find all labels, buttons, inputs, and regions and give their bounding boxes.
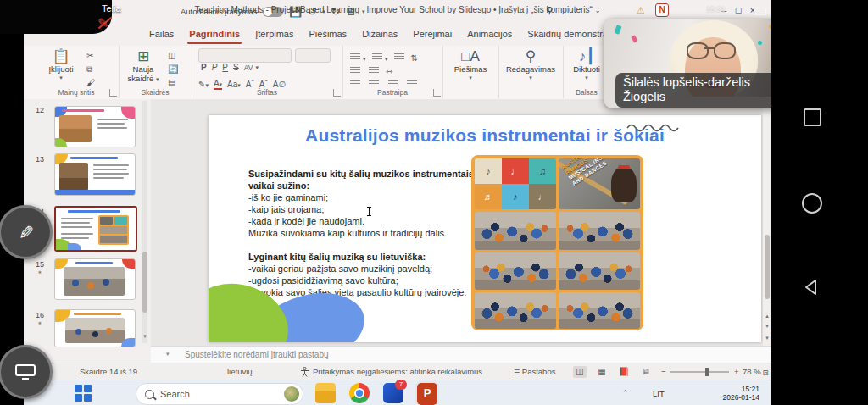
language-status[interactable]: lietuvių bbox=[227, 367, 253, 376]
chrome-icon[interactable] bbox=[349, 383, 370, 403]
indent-more-icon[interactable] bbox=[394, 53, 404, 61]
zoom-slider[interactable] bbox=[670, 371, 729, 373]
zoom-slider-thumb[interactable] bbox=[705, 368, 709, 376]
blue-app-icon[interactable]: 7 bbox=[383, 383, 403, 403]
dictate-button[interactable]: ♪┃ Diktuoti▾ bbox=[566, 48, 607, 81]
new-slide-button[interactable]: ⊞ Naujaskaidrė ▾ bbox=[124, 48, 163, 84]
zoom-in-button[interactable]: + bbox=[734, 367, 739, 376]
panel-scrollbar[interactable] bbox=[142, 101, 147, 343]
headband bbox=[618, 165, 630, 169]
slide-thumbnail-12[interactable] bbox=[54, 106, 136, 147]
font-size-combo[interactable] bbox=[295, 48, 331, 63]
tab-dizainas[interactable]: Dizainas bbox=[355, 25, 404, 44]
accessibility-status[interactable]: Pritaikymas neįgaliesiems: atitinka reik… bbox=[313, 367, 482, 376]
current-slide[interactable]: Australijos muzikos instrumentai ir šoki… bbox=[209, 115, 761, 342]
columns-icon[interactable] bbox=[369, 67, 379, 75]
indent-less-icon[interactable] bbox=[350, 67, 360, 75]
slide-sorter-view-button[interactable]: ▦ bbox=[595, 366, 609, 378]
align-right-icon[interactable] bbox=[388, 80, 398, 88]
text-line: -iš ko jie gaminami; bbox=[248, 191, 476, 203]
canvas-scrollbar[interactable]: ▴ ▴ ▾ ▾ bbox=[763, 99, 771, 346]
section-icon[interactable]: ▤ bbox=[168, 78, 175, 88]
tab-failas[interactable]: Failas bbox=[142, 25, 181, 44]
accessibility-icon bbox=[300, 367, 309, 377]
panel-scrollbar-thumb[interactable] bbox=[142, 252, 147, 313]
slideshow-view-button[interactable]: 🖥 bbox=[639, 366, 653, 378]
animation-star-icon: ✶ bbox=[37, 269, 42, 276]
slide-thumbnail-15[interactable] bbox=[54, 258, 136, 300]
panel-scroll-down-icon[interactable]: ▾ bbox=[141, 333, 149, 340]
justify-icon[interactable] bbox=[407, 80, 417, 88]
tray-language[interactable]: LIT bbox=[653, 380, 665, 405]
tab-iterpimas[interactable]: Įterpimas bbox=[248, 25, 300, 44]
tab-perejimai[interactable]: Perėjimai bbox=[406, 25, 459, 44]
character-spacing-button[interactable]: AV bbox=[242, 64, 256, 72]
reading-view-button[interactable]: 📕 bbox=[617, 366, 631, 378]
drawing-button[interactable]: □A Piešimas▾ bbox=[446, 48, 495, 81]
font-name-combo[interactable] bbox=[198, 48, 292, 63]
slide-thumbnail-13[interactable] bbox=[54, 153, 136, 196]
paragraph-dialog-launcher[interactable] bbox=[433, 89, 441, 97]
notes-bar[interactable]: ▾ Spustelėkite norėdami įtraukti pastabų bbox=[151, 346, 771, 363]
align-left-icon[interactable] bbox=[350, 80, 360, 88]
slide-thumbnail-14-selected[interactable] bbox=[54, 206, 137, 252]
strikethrough-button[interactable]: S bbox=[231, 63, 242, 72]
italic-button[interactable]: P bbox=[209, 63, 220, 72]
carrier-label: Telia bbox=[102, 3, 121, 14]
slide-body-text[interactable]: Susipažindami su kitų šalių muzikos inst… bbox=[248, 168, 476, 298]
tab-piesimas[interactable]: Piešimas bbox=[303, 25, 354, 44]
underline-button[interactable]: P bbox=[220, 63, 231, 72]
paste-button[interactable]: 📋 Įklijuoti▾ bbox=[42, 48, 80, 81]
bold-button[interactable]: P bbox=[198, 63, 209, 72]
collapse-notes-icon[interactable]: ▾ bbox=[166, 351, 170, 358]
start-button[interactable] bbox=[73, 383, 93, 403]
reset-slide-icon[interactable]: 🔄 bbox=[168, 64, 178, 75]
taskbar-search[interactable]: Search bbox=[136, 383, 303, 405]
slide-thumbnail-16[interactable] bbox=[54, 309, 136, 347]
tray-chevron[interactable]: ⌃ bbox=[622, 380, 629, 405]
layout-icon[interactable]: ◫ bbox=[168, 51, 175, 61]
next-slide-icon[interactable]: ▾ bbox=[763, 323, 771, 330]
warning-icon[interactable]: ⚠ bbox=[634, 3, 648, 17]
android-home-button[interactable] bbox=[802, 193, 822, 214]
text-line: Muzika suvokiama kaip kultūros ir tradic… bbox=[248, 227, 476, 239]
powerpoint-icon[interactable]: P bbox=[417, 383, 437, 405]
notes-placeholder[interactable]: Spustelėkite norėdami įtraukti pastabų bbox=[185, 350, 329, 359]
canvas-scrollbar-thumb[interactable] bbox=[765, 235, 770, 299]
bullets-icon[interactable] bbox=[350, 53, 360, 61]
search-icon[interactable]: ⚲ bbox=[542, 3, 556, 17]
numbering-icon[interactable] bbox=[372, 53, 382, 61]
align-center-icon[interactable] bbox=[369, 80, 379, 88]
tab-pagrindinis[interactable]: Pagrindinis bbox=[182, 25, 247, 44]
text-direction-icon[interactable]: ⇿ bbox=[386, 67, 392, 76]
cut-icon[interactable]: ✂ bbox=[86, 51, 93, 61]
collage-image[interactable]: ♪ ♩ ♫ ♬ ♪ ♩ AUSTRALIA'S MOST FAMOUS MU bbox=[471, 155, 643, 330]
phone-status-time: 15:21 bbox=[706, 5, 726, 14]
confetti-decoration bbox=[631, 35, 637, 42]
line-spacing-icon[interactable]: ⇅ bbox=[410, 53, 417, 63]
format-painter-icon[interactable]: 🖌 bbox=[86, 78, 95, 88]
clipboard-dialog-launcher[interactable] bbox=[109, 89, 117, 97]
zoom-level[interactable]: 78 % bbox=[743, 367, 761, 376]
file-explorer-icon[interactable] bbox=[315, 383, 336, 403]
tray-clock[interactable]: 15:21 2026-01-14 bbox=[722, 380, 760, 405]
android-recents-button[interactable] bbox=[804, 108, 821, 126]
normal-view-button[interactable]: ◫ bbox=[573, 366, 587, 378]
slide-counter[interactable]: Skaidrė 14 iš 19 bbox=[80, 367, 137, 376]
squiggle-decoration bbox=[626, 120, 685, 132]
previous-slide-icon[interactable]: ▴ bbox=[763, 313, 771, 319]
children-photo bbox=[559, 252, 640, 290]
editing-button[interactable]: ⚲ Redagavimas▾ bbox=[502, 48, 559, 81]
fit-to-window-button[interactable]: ⧈ bbox=[763, 367, 769, 378]
tab-animacijos[interactable]: Animacijos bbox=[460, 25, 519, 44]
android-back-button[interactable] bbox=[802, 278, 821, 297]
annotation-pencil-button[interactable]: ✎ bbox=[0, 205, 53, 259]
zoom-out-button[interactable]: − bbox=[661, 367, 666, 376]
notes-toggle-button[interactable]: ☰ Pastabos bbox=[514, 367, 555, 376]
scroll-down-icon[interactable]: ▾ bbox=[763, 335, 771, 341]
restore-button[interactable]: ▢ bbox=[732, 3, 745, 17]
copy-icon[interactable]: ⧉ bbox=[86, 64, 92, 75]
addin-n-icon[interactable]: N bbox=[655, 3, 669, 17]
remote-controls-button[interactable] bbox=[0, 345, 53, 399]
font-dialog-launcher[interactable] bbox=[333, 89, 341, 97]
